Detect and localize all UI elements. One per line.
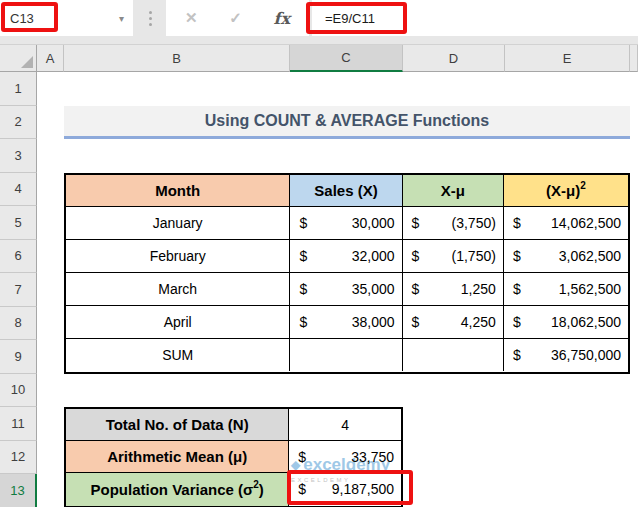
cell-d7[interactable]: $1,250 xyxy=(403,273,504,306)
column-header-partial[interactable] xyxy=(630,45,638,72)
header-cell-month[interactable]: Month xyxy=(66,175,290,208)
cell-b12[interactable]: Arithmetic Mean (μ) xyxy=(66,441,289,473)
column-header-e[interactable]: E xyxy=(505,45,630,72)
row-header-9[interactable]: 9 xyxy=(0,340,37,374)
header-cell-deviation[interactable]: X-μ xyxy=(403,175,504,208)
cell-c11[interactable]: 4 xyxy=(289,409,401,441)
header-cell-squared-deviation[interactable]: (X-μ)2 xyxy=(504,175,628,208)
cell-d5[interactable]: $(3,750) xyxy=(403,207,504,240)
name-box-dropdown-icon[interactable]: ▾ xyxy=(119,13,124,24)
formula-buttons-panel: ✕ ✓ fx xyxy=(166,0,309,36)
column-header-c[interactable]: C xyxy=(290,45,403,72)
handle-dot xyxy=(149,17,152,20)
cell-b11[interactable]: Total No. of Data (N) xyxy=(66,409,289,441)
insert-function-icon[interactable]: fx xyxy=(274,9,290,28)
select-all-button[interactable] xyxy=(0,45,37,72)
cell-c8[interactable]: $38,000 xyxy=(290,306,402,339)
currency-symbol: $ xyxy=(299,248,307,264)
cell-d9[interactable] xyxy=(403,339,504,372)
title-cell[interactable]: Using COUNT & AVERAGE Functions xyxy=(64,106,630,140)
cell-e6[interactable]: $3,062,500 xyxy=(504,240,628,273)
spreadsheet-grid: A B C D E 1 2 3 4 5 6 7 8 9 10 11 12 13 … xyxy=(0,45,638,507)
currency-symbol: $ xyxy=(513,215,521,231)
cell-c9[interactable] xyxy=(290,339,402,372)
cell-label: Total No. of Data (N) xyxy=(106,416,249,433)
cell-b13[interactable]: Population Variance (σ2) xyxy=(66,473,289,505)
header-label: Sales (X) xyxy=(314,182,377,199)
formula-toolbar: C13 ▾ ✕ ✓ fx =E9/C11 xyxy=(0,0,638,45)
row-header-11[interactable]: 11 xyxy=(0,407,37,441)
cell-d8[interactable]: $4,250 xyxy=(403,306,504,339)
cell-value: 33,750 xyxy=(351,449,394,465)
cell-b5[interactable]: January xyxy=(66,207,290,240)
currency-symbol: $ xyxy=(298,449,306,465)
column-header-d[interactable]: D xyxy=(403,45,505,72)
cell-value: 1,562,500 xyxy=(559,281,621,297)
currency-symbol: $ xyxy=(412,215,420,231)
cell-e7[interactable]: $1,562,500 xyxy=(504,273,628,306)
cell-d6[interactable]: $(1,750) xyxy=(403,240,504,273)
row-header-2[interactable]: 2 xyxy=(0,106,37,140)
currency-symbol: $ xyxy=(513,248,521,264)
row-header-6[interactable]: 6 xyxy=(0,240,37,274)
row-header-1[interactable]: 1 xyxy=(0,72,37,106)
cell-b7[interactable]: March xyxy=(66,273,290,306)
row-header-3[interactable]: 3 xyxy=(0,139,37,173)
cell-label: Arithmetic Mean (μ) xyxy=(107,448,247,465)
row-header-8[interactable]: 8 xyxy=(0,307,37,341)
handle-dot xyxy=(149,23,152,26)
cell-value: 4,250 xyxy=(461,314,496,330)
cell-b6[interactable]: February xyxy=(66,240,290,273)
cell-b9[interactable]: SUM xyxy=(66,339,290,372)
cell-value: 1,250 xyxy=(461,281,496,297)
main-table: Month Sales (X) X-μ (X-μ)2 January $30,0… xyxy=(64,173,630,374)
cell-value: SUM xyxy=(162,347,193,363)
cell-e5[interactable]: $14,062,500 xyxy=(504,207,628,240)
row-header-5[interactable]: 5 xyxy=(0,206,37,240)
cell-value: (1,750) xyxy=(452,248,496,264)
currency-symbol: $ xyxy=(513,314,521,330)
cell-label-suffix: ) xyxy=(259,481,264,498)
header-cell-sales[interactable]: Sales (X) xyxy=(290,175,402,208)
cell-value: (3,750) xyxy=(452,215,496,231)
excel-window: C13 ▾ ✕ ✓ fx =E9/C11 A B C D E 1 2 3 4 5 xyxy=(0,0,638,507)
cell-c5[interactable]: $30,000 xyxy=(290,207,402,240)
cell-value: February xyxy=(150,248,206,264)
column-header-a[interactable]: A xyxy=(37,45,64,72)
header-label: Month xyxy=(155,182,200,199)
currency-symbol: $ xyxy=(513,281,521,297)
formula-bar-drag-handle[interactable] xyxy=(137,7,163,29)
cell-value: 3,062,500 xyxy=(559,248,621,264)
currency-symbol: $ xyxy=(299,215,307,231)
enter-icon[interactable]: ✓ xyxy=(229,9,242,27)
row-header-10[interactable]: 10 xyxy=(0,374,37,408)
cell-value: 18,062,500 xyxy=(551,314,621,330)
cell-e9[interactable]: $36,750,000 xyxy=(504,339,628,372)
row-header-4[interactable]: 4 xyxy=(0,173,37,207)
column-header-b[interactable]: B xyxy=(64,45,290,72)
cell-b8[interactable]: April xyxy=(66,306,290,339)
header-label: X-μ xyxy=(441,182,465,199)
select-all-triangle-icon xyxy=(21,56,33,68)
cell-c7[interactable]: $35,000 xyxy=(290,273,402,306)
annotation-box-c13-cell xyxy=(287,470,413,505)
cell-label: Population Variance (σ xyxy=(90,481,253,498)
cell-value: 32,000 xyxy=(352,248,395,264)
cell-value: 14,062,500 xyxy=(551,215,621,231)
handle-dot xyxy=(149,11,152,14)
cell-e8[interactable]: $18,062,500 xyxy=(504,306,628,339)
currency-symbol: $ xyxy=(299,281,307,297)
cell-c6[interactable]: $32,000 xyxy=(290,240,402,273)
cancel-icon[interactable]: ✕ xyxy=(185,9,198,27)
currency-symbol: $ xyxy=(412,248,420,264)
annotation-box-formula xyxy=(306,2,407,34)
cell-value: 38,000 xyxy=(352,314,395,330)
currency-symbol: $ xyxy=(299,314,307,330)
row-header-13[interactable]: 13 xyxy=(0,474,37,507)
header-label: (X-μ) xyxy=(546,182,580,199)
cell-c12[interactable]: $33,750 xyxy=(289,441,401,473)
row-header-7[interactable]: 7 xyxy=(0,273,37,307)
row-header-12[interactable]: 12 xyxy=(0,441,37,475)
header-superscript: 2 xyxy=(580,180,586,191)
cell-value: 35,000 xyxy=(352,281,395,297)
